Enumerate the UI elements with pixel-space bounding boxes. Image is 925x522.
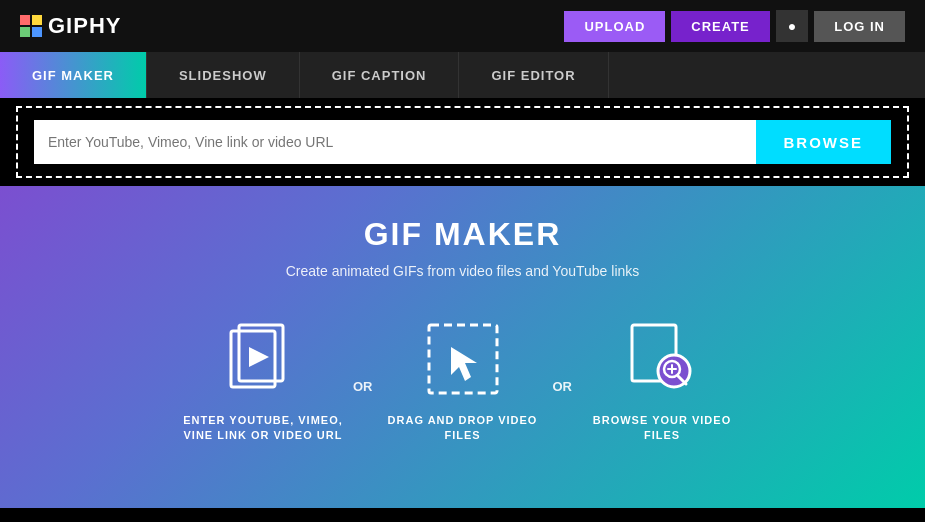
or-label-2: OR [553,379,573,444]
logo: GIPHY [20,13,121,39]
url-input[interactable] [34,120,756,164]
icons-row: ENTER YOUTUBE, VIMEO,VINE LINK OR VIDEO … [183,319,742,444]
video-link-icon [223,319,303,399]
svg-rect-3 [32,27,42,37]
logo-text: GIPHY [48,13,121,39]
nav-tabs: GIF MAKER SLIDESHOW GIF CAPTION GIF EDIT… [0,52,925,98]
svg-rect-0 [20,15,30,25]
tab-slideshow[interactable]: SLIDESHOW [147,52,300,98]
svg-marker-6 [249,347,269,367]
header: GIPHY UPLOAD CREATE ● LOG IN [0,0,925,52]
url-bar: BROWSE [16,106,909,178]
icon-block-video-link: ENTER YOUTUBE, VIMEO,VINE LINK OR VIDEO … [183,319,343,444]
svg-marker-8 [451,347,477,381]
browse-files-icon [622,319,702,399]
svg-rect-1 [32,15,42,25]
icon-block-browse-files: BROWSE YOUR VIDEO FILES [582,319,742,444]
login-button[interactable]: LOG IN [814,11,905,42]
header-right: UPLOAD CREATE ● LOG IN [564,10,905,42]
icon-block-drag-drop: DRAG AND DROP VIDEOFILES [383,319,543,444]
svg-rect-2 [20,27,30,37]
hero-subtitle: Create animated GIFs from video files an… [286,263,640,279]
video-link-label: ENTER YOUTUBE, VIMEO,VINE LINK OR VIDEO … [183,413,343,444]
browse-files-label: BROWSE YOUR VIDEO FILES [582,413,742,444]
browse-button[interactable]: BROWSE [756,120,892,164]
create-button[interactable]: CREATE [671,11,769,42]
logo-icon [20,15,42,37]
or-label-1: OR [353,379,373,444]
upload-button[interactable]: UPLOAD [564,11,665,42]
hero-title: GIF MAKER [364,216,562,253]
tab-gif-caption[interactable]: GIF CAPTION [300,52,460,98]
drag-drop-label: DRAG AND DROP VIDEOFILES [388,413,538,444]
tab-gif-editor[interactable]: GIF EDITOR [459,52,608,98]
tab-gif-maker[interactable]: GIF MAKER [0,52,147,98]
drag-drop-icon [423,319,503,399]
user-icon-button[interactable]: ● [776,10,808,42]
hero-section: GIF MAKER Create animated GIFs from vide… [0,186,925,508]
